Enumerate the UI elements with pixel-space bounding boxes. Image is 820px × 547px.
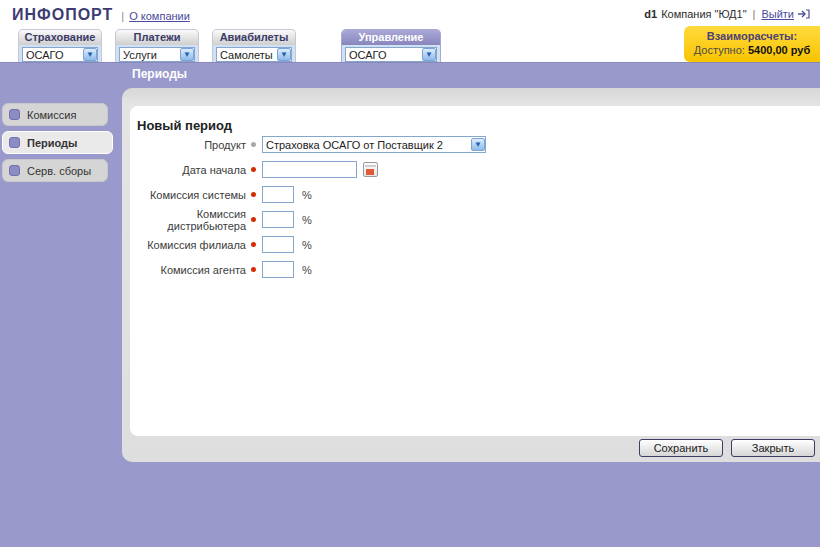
tab-body: ОСАГО ▼ <box>19 45 101 62</box>
sidebar-item-label: Периоды <box>27 137 77 149</box>
select-value: ОСАГО <box>346 49 390 61</box>
user-row: d1 Компания "ЮД1" | Выйти <box>644 8 810 20</box>
chevron-down-icon[interactable]: ▼ <box>83 48 97 61</box>
logo-row: ИНФОПОРТ | О компании <box>12 6 190 24</box>
field-label: Дата начала <box>130 164 246 176</box>
app-root: ИНФОПОРТ | О компании d1 Компания "ЮД1" … <box>0 0 820 547</box>
select-value: Самолеты <box>217 49 276 61</box>
distributor-commission-input[interactable] <box>262 211 294 228</box>
user-id: d1 <box>644 8 657 20</box>
chevron-down-icon[interactable]: ▼ <box>180 48 194 61</box>
logo: ИНФОПОРТ <box>12 6 113 24</box>
agent-commission-input[interactable] <box>262 261 294 278</box>
balance-amount: 5400,00 руб <box>748 44 810 56</box>
sidebar-item-serv-sbory[interactable]: Серв. сборы <box>2 159 108 182</box>
company-name: Компания "ЮД1" <box>661 8 746 20</box>
chevron-down-icon[interactable]: ▼ <box>277 48 291 61</box>
percent-suffix: % <box>302 239 312 251</box>
tab-upravlenie[interactable]: Управление ОСАГО ▼ <box>341 29 441 62</box>
tab-aviabilety-select[interactable]: Самолеты ▼ <box>216 47 292 62</box>
sidebar: Комиссия Периоды Серв. сборы <box>2 103 117 187</box>
chevron-down-icon[interactable]: ▼ <box>471 138 485 151</box>
content-card: Новый период Продукт Страховка ОСАГО от … <box>122 88 820 462</box>
required-marker <box>251 167 256 172</box>
balance-title: Взаиморасчеты: <box>684 30 820 42</box>
field-label: Комиссия дистрибьютера <box>130 208 246 232</box>
select-value: Услуги <box>120 49 160 61</box>
tab-platezhi-select[interactable]: Услуги ▼ <box>119 47 195 62</box>
form-buttons: Сохранить Закрыть <box>639 439 815 457</box>
balance-line: Доступно: 5400,00 руб <box>684 44 820 56</box>
logout-link[interactable]: Выйти <box>761 8 794 20</box>
start-date-input[interactable] <box>262 161 357 178</box>
form-row-start-date: Дата начала <box>130 161 810 178</box>
percent-suffix: % <box>302 189 312 201</box>
balance-box: Взаиморасчеты: Доступно: 5400,00 руб <box>684 26 820 62</box>
percent-suffix: % <box>302 264 312 276</box>
chevron-down-icon[interactable]: ▼ <box>422 48 436 61</box>
sidebar-item-komissiya[interactable]: Комиссия <box>2 103 108 126</box>
form-row-branch-commission: Комиссия филиала % <box>130 236 810 253</box>
tab-label[interactable]: Управление <box>342 30 440 45</box>
form-title: Новый период <box>137 118 232 133</box>
top-header: ИНФОПОРТ | О компании d1 Компания "ЮД1" … <box>0 0 820 62</box>
tab-strahovanie-select[interactable]: ОСАГО ▼ <box>22 47 98 62</box>
sidebar-item-label: Комиссия <box>27 109 76 121</box>
required-marker <box>251 192 256 197</box>
tab-label[interactable]: Платежи <box>116 30 198 45</box>
logout-icon[interactable] <box>798 9 810 19</box>
calendar-icon[interactable] <box>363 162 378 177</box>
form-row-product: Продукт Страховка ОСАГО от Поставщик 2 ▼ <box>130 136 810 153</box>
sidebar-item-label: Серв. сборы <box>27 165 91 177</box>
required-marker-filled <box>251 142 256 147</box>
close-button[interactable]: Закрыть <box>731 439 815 457</box>
required-marker <box>251 242 256 247</box>
field-label: Комиссия агента <box>130 264 246 276</box>
about-company-link[interactable]: О компании <box>129 10 190 22</box>
new-period-form: Продукт Страховка ОСАГО от Поставщик 2 ▼… <box>130 136 810 286</box>
tab-body: Услуги ▼ <box>116 45 198 62</box>
save-button[interactable]: Сохранить <box>639 439 723 457</box>
page-header-band <box>0 62 820 88</box>
required-marker <box>251 267 256 272</box>
tab-label[interactable]: Страхование <box>19 30 101 45</box>
select-value: Страховка ОСАГО от Поставщик 2 <box>263 139 446 151</box>
form-row-distributor-commission: Комиссия дистрибьютера % <box>130 211 810 228</box>
sidebar-item-periody[interactable]: Периоды <box>2 131 113 154</box>
required-marker <box>251 217 256 222</box>
form-row-agent-commission: Комиссия агента % <box>130 261 810 278</box>
bullet-square-icon <box>9 137 20 148</box>
system-commission-input[interactable] <box>262 186 294 203</box>
bullet-square-icon <box>9 109 20 120</box>
form-row-system-commission: Комиссия системы % <box>130 186 810 203</box>
page-title: Периоды <box>132 67 187 81</box>
tab-aviabilety[interactable]: Авиабилеты Самолеты ▼ <box>212 29 296 62</box>
field-label: Комиссия системы <box>130 189 246 201</box>
separator: | <box>753 8 756 20</box>
tab-label[interactable]: Авиабилеты <box>213 30 295 45</box>
product-select[interactable]: Страховка ОСАГО от Поставщик 2 ▼ <box>262 136 486 153</box>
percent-suffix: % <box>302 214 312 226</box>
main-tabs: Страхование ОСАГО ▼ Платежи Услуги ▼ <box>18 29 441 62</box>
select-value: ОСАГО <box>23 49 67 61</box>
tab-body: ОСАГО ▼ <box>342 45 440 62</box>
tab-upravlenie-select[interactable]: ОСАГО ▼ <box>345 47 437 62</box>
bullet-square-icon <box>9 165 20 176</box>
tab-platezhi[interactable]: Платежи Услуги ▼ <box>115 29 199 62</box>
form-panel: Новый период Продукт Страховка ОСАГО от … <box>130 106 820 436</box>
balance-label: Доступно: <box>694 44 745 56</box>
field-label: Комиссия филиала <box>130 239 246 251</box>
tab-strahovanie[interactable]: Страхование ОСАГО ▼ <box>18 29 102 62</box>
tab-body: Самолеты ▼ <box>213 45 295 62</box>
separator: | <box>121 10 124 22</box>
field-label: Продукт <box>130 139 246 151</box>
branch-commission-input[interactable] <box>262 236 294 253</box>
